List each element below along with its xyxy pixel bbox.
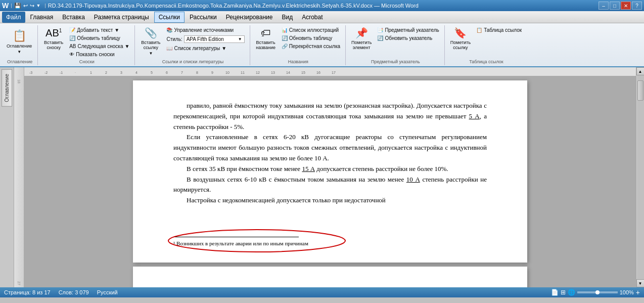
scroll-up-button[interactable]: ▲ xyxy=(636,67,645,75)
style-row: Стиль: APA Fifth Edition ▼ xyxy=(164,34,246,44)
cross-ref-icon: 🔗 xyxy=(282,44,288,49)
quick-save-icon[interactable]: 💾 xyxy=(14,3,21,9)
undo-icon[interactable]: ↩ xyxy=(23,3,28,9)
cite-table-icon: 📋 xyxy=(476,27,482,33)
toc-sidebar-button[interactable]: Оглавление xyxy=(2,69,12,107)
next-footnote-arrow[interactable]: ▼ xyxy=(125,44,130,49)
scrollbar-thumb[interactable] xyxy=(637,80,643,101)
mark-citation-icon: 🔖 xyxy=(454,27,467,39)
page-content-1: правило, равной ёмкостному току замыкани… xyxy=(173,101,487,206)
scroll-down-button[interactable]: ▼ xyxy=(636,279,645,287)
insert-footnote-icon: AB1 xyxy=(45,27,62,39)
update-table-fn-button[interactable]: 🔄 Обновить таблицу xyxy=(67,34,131,42)
style-combo-arrow[interactable]: ▼ xyxy=(238,37,242,41)
menu-file[interactable]: Файл xyxy=(2,12,25,23)
menu-home[interactable]: Главная xyxy=(26,12,58,23)
insert-caption-button[interactable]: 🏷 Вставитьназвание xyxy=(253,25,279,52)
status-words: Слов: 3 079 xyxy=(59,289,89,295)
status-page-text: Страница: 8 из 17 xyxy=(4,289,51,295)
zoom-slider[interactable] xyxy=(577,291,618,293)
show-footnotes-icon: 👁 xyxy=(69,52,74,57)
update-index-button[interactable]: 🔄 Обновить указатель xyxy=(375,34,441,42)
status-words-text: Слов: 3 079 xyxy=(59,289,89,295)
menu-acrobat[interactable]: Acrobat xyxy=(298,12,327,23)
svg-text:17: 17 xyxy=(332,71,336,74)
toc-arrow-icon[interactable]: ▼ xyxy=(17,50,21,54)
update-index-label: Обновить указатель xyxy=(385,35,432,41)
mark-entry-button[interactable]: 📌 Пометитьэлемент xyxy=(349,25,374,52)
manage-sources-button[interactable]: 📚 Управление источниками xyxy=(164,26,246,34)
svg-text:13: 13 xyxy=(271,71,275,74)
figures-list-button[interactable]: 📊 Список иллюстраций xyxy=(280,26,342,34)
add-text-label: Добавить текст xyxy=(77,27,113,33)
view-normal-icon[interactable]: 📄 xyxy=(551,289,559,296)
mark-citation-button[interactable]: 🔖 Пометитьссылку xyxy=(448,25,473,52)
bibliography-icon: 📖 xyxy=(166,46,172,51)
svg-text:11: 11 xyxy=(241,71,245,74)
next-footnote-button[interactable]: AB Следующая сноска ▼ xyxy=(67,42,131,50)
ribbon-group-footnotes-label: Сноски xyxy=(39,59,134,64)
left-sidebar: Оглавление xyxy=(0,67,14,287)
ribbon-group-citations: 📎 Вставитьссылку ▼ 📚 Управление источник… xyxy=(136,25,250,65)
insert-citation-icon: 📎 xyxy=(145,27,157,39)
ribbon-group-cite-table: 🔖 Пометитьссылку 📋 Таблица ссылок Таблиц… xyxy=(446,25,527,65)
menu-review[interactable]: Рецензирование xyxy=(222,12,277,23)
svg-text:15: 15 xyxy=(301,71,305,74)
menu-references[interactable]: Ссылки xyxy=(154,12,185,23)
bibliography-button[interactable]: 📖 Список литературы ▼ xyxy=(164,45,246,52)
paragraph-2: Если установленные в сетях 6-20 кВ дугог… xyxy=(173,132,487,163)
ribbon-group-index: 📌 Пометитьэлемент 📑 Предметный указатель… xyxy=(347,25,445,65)
svg-text:1: 1 xyxy=(90,71,92,74)
ruler-vertical: 18 27 xyxy=(14,67,24,287)
menu-mailings[interactable]: Рассылки xyxy=(186,12,221,23)
document-page-2 xyxy=(133,267,527,287)
footnote-text: ¹ Возникших в результате аварии или по и… xyxy=(173,239,487,248)
help-button[interactable]: ? xyxy=(632,2,642,10)
status-language: Русский xyxy=(97,289,118,295)
menu-insert[interactable]: Вставка xyxy=(58,12,89,23)
status-bar: Страница: 8 из 17 Слов: 3 079 Русский 📄 … xyxy=(0,287,644,297)
redo-icon[interactable]: ↪ xyxy=(30,3,34,9)
update-table-cap-button[interactable]: 🔄 Обновить таблицу xyxy=(280,34,342,42)
menu-view[interactable]: Вид xyxy=(278,12,297,23)
ruler-horizontal: -3 -2 -1 · 1 2 3 4 5 6 7 8 9 10 11 12 13… xyxy=(24,67,636,76)
insert-caption-label: Вставитьназвание xyxy=(256,40,275,50)
view-web-icon[interactable]: 🌐 xyxy=(568,289,575,296)
close-button[interactable]: ✕ xyxy=(621,2,631,10)
citations-small-buttons: 📚 Управление источниками Стиль: APA Fift… xyxy=(164,25,246,52)
bibliography-arrow[interactable]: ▼ xyxy=(221,46,226,51)
main-area: Оглавление 18 27 -3 -2 -1 · 1 2 3 4 5 xyxy=(0,67,644,287)
view-full-icon[interactable]: ⊞ xyxy=(561,289,566,296)
insert-citation-label: Вставитьссылку xyxy=(141,40,160,50)
toc-button[interactable]: 📋 Оглавление ▼ xyxy=(4,25,34,58)
next-footnote-label: Следующая сноска xyxy=(78,44,123,49)
ribbon: 📋 Оглавление ▼ Оглавление AB1 Вставитьсн… xyxy=(0,23,644,67)
style-combo[interactable]: APA Fifth Edition ▼ xyxy=(184,35,245,43)
document-scroll[interactable]: правило, равной ёмкостному току замыкани… xyxy=(24,76,636,287)
status-page: Страница: 8 из 17 xyxy=(4,289,51,295)
insert-citation-arrow[interactable]: ▼ xyxy=(149,51,153,56)
ribbon-group-cite-table-label: Таблица ссылок xyxy=(446,59,527,64)
cite-table-button[interactable]: 📋 Таблица ссылок xyxy=(474,26,524,34)
zoom-level: 100% xyxy=(620,289,634,295)
insert-citation-button[interactable]: 📎 Вставитьссылку ▼ xyxy=(138,25,163,57)
zoom-in-button[interactable]: + xyxy=(636,288,640,296)
red-oval-annotation xyxy=(168,233,355,253)
scrollbar-track[interactable] xyxy=(637,75,644,279)
update-table-cap-icon: 🔄 xyxy=(282,35,288,41)
toc-label: Оглавление xyxy=(7,44,32,49)
add-text-arrow[interactable]: ▼ xyxy=(114,27,119,33)
index-button[interactable]: 📑 Предметный указатель xyxy=(375,26,441,34)
add-text-button[interactable]: 📝 Добавить текст ▼ xyxy=(67,26,131,34)
zoom-slider-thumb[interactable] xyxy=(595,290,600,294)
maximize-button[interactable]: □ xyxy=(610,2,620,10)
quick-access-more-icon[interactable]: ▼ xyxy=(36,3,41,8)
minimize-button[interactable]: – xyxy=(599,2,609,10)
svg-text:-2: -2 xyxy=(44,71,48,74)
menu-page-layout[interactable]: Разметка страницы xyxy=(90,12,153,23)
insert-footnote-button[interactable]: AB1 Вставитьсноску xyxy=(41,25,66,52)
cite-table-label: Таблица ссылок xyxy=(484,27,522,33)
cross-ref-button[interactable]: 🔗 Перекрёстная ссылка xyxy=(280,42,342,50)
title-bar: W | 💾 ↩ ↪ ▼ | RD.34.20.179-Tipovaya.Inst… xyxy=(0,0,644,11)
show-footnotes-button[interactable]: 👁 Показать сноски xyxy=(67,51,131,58)
